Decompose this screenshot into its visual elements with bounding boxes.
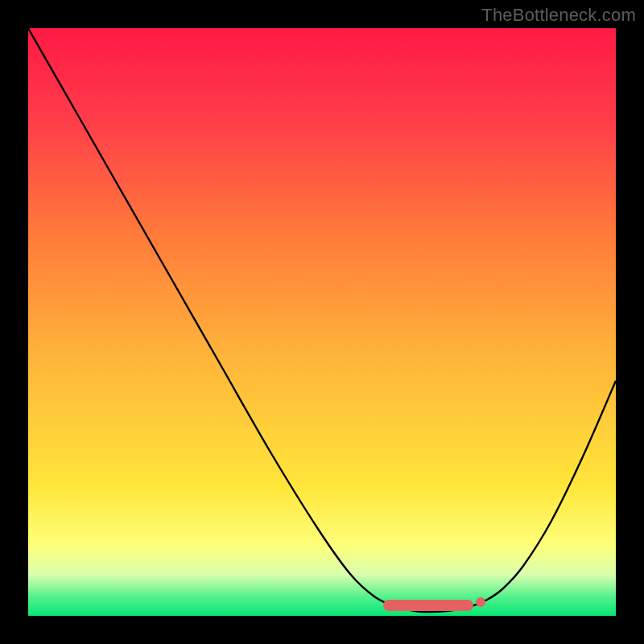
bottleneck-curve [28,28,616,612]
curve-overlay [28,28,616,616]
chart-stage: TheBottleneck.com [0,0,644,644]
watermark-label: TheBottleneck.com [481,5,636,26]
highlight-end-dot [476,597,485,607]
plot-area [28,28,616,616]
